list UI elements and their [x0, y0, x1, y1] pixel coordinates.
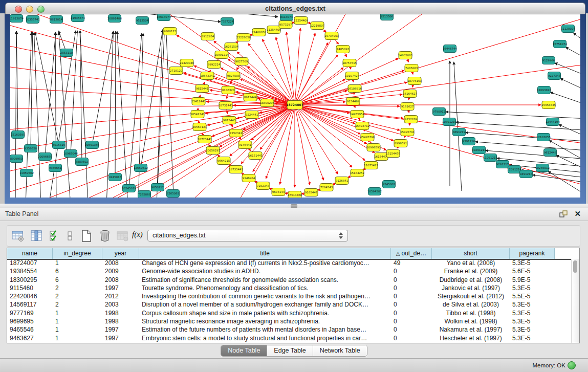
graph-node[interactable]: 18724007 — [286, 101, 303, 110]
tab-network-table[interactable]: Network Table — [313, 345, 367, 356]
function-builder-icon[interactable]: f(x) — [132, 230, 144, 242]
graph-node[interactable]: 20096650 — [38, 153, 52, 161]
graph-node[interactable]: 15154476 — [386, 150, 400, 158]
graph-node[interactable]: 9860123 — [163, 28, 177, 35]
graph-node[interactable]: 18541341 — [190, 111, 205, 118]
graph-node[interactable]: 9673144 — [272, 188, 285, 196]
graph-node[interactable]: 14955954 — [350, 111, 364, 118]
graph-node[interactable]: 15412441 — [191, 98, 206, 105]
graph-node[interactable]: 21935574 — [71, 14, 85, 22]
graph-node[interactable]: 9790912 — [433, 108, 446, 116]
table-row[interactable]: 946554611997Estimation of the future num… — [7, 325, 572, 334]
import-table-icon[interactable] — [116, 229, 129, 243]
graph-node[interactable]: 9146441 — [238, 141, 252, 149]
graph-node[interactable]: 9650212 — [151, 184, 164, 191]
graph-node[interactable]: 15751074 — [553, 40, 567, 48]
graph-node[interactable]: 12093822 — [537, 86, 551, 94]
list-rows-icon[interactable] — [63, 229, 77, 243]
show-columns-icon[interactable] — [30, 229, 43, 243]
graph-node[interactable]: 22420046 — [180, 59, 194, 67]
column-header-out_de[interactable]: △out_de… — [391, 248, 432, 259]
graph-node[interactable]: 11128024 — [561, 25, 575, 33]
graph-node[interactable]: 8891219 — [453, 128, 466, 136]
graph-node[interactable]: 8912954 — [201, 33, 214, 40]
table-selector-dropdown[interactable]: citations_edges.txt — [147, 230, 348, 242]
graph-node[interactable]: 7252343 — [256, 182, 270, 190]
table-row[interactable]: 1938455462009Genome-wide association stu… — [7, 267, 572, 275]
graph-node[interactable]: 10543342 — [200, 72, 214, 80]
graph-node[interactable]: 20567121 — [192, 123, 207, 131]
citation-network-graph[interactable]: 1191307410355741881301421935574208914069… — [10, 14, 580, 198]
graph-node[interactable]: 10965046 — [63, 150, 78, 158]
column-header-name[interactable]: name — [7, 248, 53, 259]
graph-node[interactable]: 9152269 — [404, 116, 418, 123]
graph-node[interactable]: 9227343 — [548, 72, 561, 80]
graph-node[interactable]: 23226058 — [236, 34, 251, 41]
graph-node[interactable]: 10996591 — [366, 144, 381, 151]
graph-node[interactable]: 25160595 — [11, 131, 25, 139]
graph-node[interactable]: 16514468 — [288, 191, 302, 198]
graph-node[interactable]: 5015319 — [53, 141, 66, 149]
table-row[interactable]: 1830029562008Estimation of significance … — [7, 276, 572, 284]
graph-node[interactable]: 18300295 — [260, 99, 274, 107]
graph-node[interactable]: 7485083 — [405, 64, 418, 72]
graph-node[interactable]: 2718120 — [169, 67, 183, 75]
close-panel-icon[interactable]: ✕ — [574, 209, 581, 218]
column-header-year[interactable]: year — [102, 248, 139, 259]
graph-node[interactable]: 19734903 — [324, 32, 339, 40]
graph-node[interactable]: 10594502 — [367, 188, 382, 195]
graph-node[interactable]: 15495791 — [400, 128, 415, 136]
graph-node[interactable]: 12254409 — [294, 17, 308, 25]
graph-node[interactable]: 11913074 — [10, 15, 24, 23]
graph-node[interactable]: 12103855 — [536, 134, 551, 141]
graph-node[interactable]: 12219807 — [310, 22, 324, 30]
graph-node[interactable]: 9513506 — [381, 14, 394, 20]
graph-node[interactable]: 9356651 — [49, 164, 62, 172]
table-row[interactable]: 911546021997Tourette syndrome. Phenomeno… — [7, 284, 572, 292]
graph-node[interactable]: 18613074 — [157, 14, 171, 21]
graph-node[interactable]: 15958745 — [541, 101, 556, 109]
graph-node[interactable]: 20056291 — [206, 147, 220, 155]
graph-node[interactable]: 14805083 — [398, 52, 412, 59]
graph-node[interactable]: 15493712 — [355, 122, 369, 130]
graph-node[interactable]: 9664215 — [217, 157, 230, 165]
network-view-canvas[interactable]: 1191307410355741881301421935574208914069… — [10, 14, 580, 198]
graph-node[interactable]: 11091215 — [483, 154, 497, 162]
graph-node[interactable]: 10107427 — [345, 72, 359, 80]
graph-node[interactable]: 2853110 — [60, 49, 73, 57]
graph-node[interactable]: 9391216 — [463, 138, 475, 145]
graph-node[interactable]: 9573297 — [279, 21, 292, 29]
table-row[interactable]: 1456911722003Disruption of a novel membe… — [7, 300, 572, 309]
graph-node[interactable]: 7265068 — [138, 191, 151, 198]
graph-node[interactable]: 18735441 — [229, 166, 243, 173]
table-row[interactable]: 969969511998Structural magnetic resonanc… — [7, 317, 572, 325]
graph-node[interactable]: 8186328 — [222, 86, 235, 94]
graph-node[interactable]: 16164627 — [403, 90, 417, 98]
graph-node[interactable]: 20591356 — [85, 141, 99, 149]
graph-node[interactable]: 9165447 — [304, 189, 318, 196]
graph-node[interactable]: 8912444 — [244, 94, 257, 101]
tab-edge-table[interactable]: Edge Table — [267, 345, 313, 356]
graph-node[interactable]: 11959502 — [19, 169, 34, 177]
graph-node[interactable]: 9513504 — [136, 17, 149, 25]
create-column-icon[interactable] — [80, 229, 93, 243]
graph-node[interactable]: 12650612 — [134, 164, 148, 172]
float-panel-icon[interactable] — [559, 210, 568, 218]
graph-node[interactable]: 7357224 — [221, 18, 234, 26]
graph-node[interactable]: 9992214 — [207, 61, 221, 69]
graph-node[interactable]: 11075421 — [364, 162, 378, 169]
graph-node[interactable]: 9129966 — [542, 57, 555, 64]
graph-node[interactable]: 9245013 — [109, 173, 122, 181]
graph-node[interactable]: 10245019 — [122, 185, 136, 192]
column-header-short[interactable]: short — [432, 248, 510, 259]
table-scrollbar[interactable] — [571, 259, 579, 343]
select-rows-icon[interactable] — [48, 229, 61, 243]
graph-node[interactable]: 9356650 — [25, 145, 37, 152]
graph-node[interactable]: 16151441 — [248, 152, 263, 160]
graph-node[interactable]: 9827508 — [227, 72, 240, 80]
table-row[interactable]: 1872400712008Changes of HCN gene express… — [7, 259, 572, 267]
table-row[interactable]: 2242004622012Investigating the contribut… — [7, 292, 572, 300]
graph-node[interactable]: 9161627 — [401, 103, 414, 111]
graph-node[interactable]: 12444194 — [546, 118, 560, 126]
graph-node[interactable]: 10291213 — [472, 146, 486, 154]
